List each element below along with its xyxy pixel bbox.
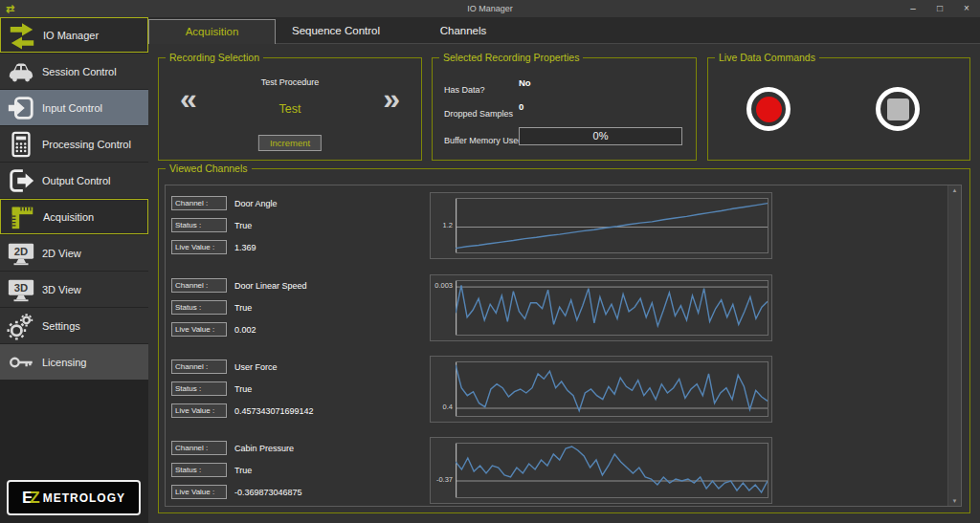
y-axis-tick-label: 0.003 bbox=[431, 281, 453, 291]
buffer-memory-label: Buffer Memory Used bbox=[444, 136, 523, 145]
test-procedure-label: Test Procedure bbox=[159, 77, 421, 87]
tab-sequence-control[interactable]: Sequence Control bbox=[276, 19, 396, 44]
recording-selection-panel: Recording Selection Test Procedure « Tes… bbox=[158, 57, 422, 161]
viewed-channels-panel: Viewed Channels Channel :Door Angle Stat… bbox=[158, 168, 970, 513]
live-value-chip: Live Value : bbox=[171, 485, 227, 499]
sidebar-item-label: Licensing bbox=[42, 357, 86, 368]
vertical-scrollbar[interactable]: ▲ ▼ bbox=[947, 185, 961, 506]
sidebar: IO Manager Session Control bbox=[0, 17, 148, 523]
record-dot-icon bbox=[756, 97, 782, 122]
sidebar-item-output-control[interactable]: Output Control bbox=[0, 163, 148, 198]
line-plot bbox=[456, 361, 768, 417]
calculator-icon bbox=[0, 130, 42, 159]
stop-button[interactable] bbox=[876, 87, 920, 131]
key-icon bbox=[0, 348, 42, 377]
channel-chip: Channel : bbox=[171, 196, 227, 210]
live-commands-body bbox=[708, 58, 969, 160]
window-title: IO Manager bbox=[467, 4, 513, 13]
sidebar-item-label: Acquisition bbox=[43, 211, 94, 223]
ruler-icon bbox=[1, 203, 43, 231]
logo-letter-z: Z bbox=[30, 489, 39, 508]
y-axis-tick-label: 1.2 bbox=[431, 221, 453, 230]
sidebar-item-settings[interactable]: Settings bbox=[0, 308, 148, 343]
status-chip: Status : bbox=[171, 381, 227, 396]
y-axis-tick-label: -0.37 bbox=[431, 475, 453, 485]
channel-name: Cabin Pressure bbox=[234, 444, 294, 453]
car-icon bbox=[0, 57, 42, 86]
monitor-2d-icon: 2D bbox=[0, 239, 42, 268]
channel-info-cabin-pressure: Channel :Cabin Pressure Status :True Liv… bbox=[171, 437, 424, 512]
channel-status: True bbox=[234, 384, 252, 394]
channel-name: Door Linear Speed bbox=[234, 281, 307, 291]
sidebar-item-label: Processing Control bbox=[42, 139, 131, 150]
panel-title: Selected Recording Properties bbox=[439, 52, 583, 63]
channel-info-user-force: Channel :User Force Status :True Live Va… bbox=[171, 356, 424, 430]
maximize-button[interactable]: □ bbox=[926, 0, 953, 17]
line-plot bbox=[456, 443, 768, 498]
channel-live-value: 1.369 bbox=[234, 243, 256, 252]
dropped-samples-label: Dropped Samples bbox=[444, 109, 513, 119]
channel-name: User Force bbox=[234, 362, 278, 372]
tab-channels[interactable]: Channels bbox=[396, 19, 530, 44]
output-arrow-icon bbox=[0, 166, 42, 195]
channel-chip: Channel : bbox=[171, 360, 227, 374]
logo-text: METROLOGY bbox=[43, 491, 125, 505]
chart-door-linear-speed: 0.003 bbox=[430, 274, 772, 341]
sidebar-item-label: Input Control bbox=[42, 102, 102, 114]
buffer-memory-progressbar: 0% bbox=[519, 127, 682, 145]
channel-status: True bbox=[234, 221, 252, 230]
window-controls: – □ × bbox=[900, 0, 980, 17]
sidebar-item-3d-view[interactable]: 3D 3D View bbox=[0, 272, 148, 307]
next-recording-button[interactable]: » bbox=[383, 81, 400, 116]
live-value-chip: Live Value : bbox=[171, 403, 227, 418]
line-plot bbox=[456, 280, 768, 336]
increment-button[interactable]: Increment bbox=[258, 135, 322, 151]
sidebar-item-label: IO Manager bbox=[43, 30, 99, 41]
channel-chip: Channel : bbox=[171, 278, 227, 293]
record-button[interactable] bbox=[746, 87, 791, 131]
sidebar-item-licensing[interactable]: Licensing bbox=[0, 344, 148, 380]
channel-name: Door Angle bbox=[234, 199, 278, 208]
chart-door-angle: 1.2 bbox=[430, 192, 772, 259]
sidebar-item-processing-control[interactable]: Processing Control bbox=[0, 126, 148, 162]
has-data-value: No bbox=[519, 77, 531, 88]
recording-properties-panel: Selected Recording Properties Has Data? … bbox=[432, 57, 697, 161]
panel-title: Viewed Channels bbox=[166, 163, 252, 174]
channel-live-value: 0.002 bbox=[234, 325, 256, 335]
dropped-samples-value: 0 bbox=[519, 101, 523, 112]
titlebar: ⇄ IO Manager – □ × bbox=[0, 0, 980, 17]
sidebar-item-io-manager[interactable]: IO Manager bbox=[0, 17, 148, 53]
selected-procedure-value: Test bbox=[159, 102, 421, 116]
status-chip: Status : bbox=[171, 300, 227, 315]
channel-info-door-angle: Channel :Door Angle Status :True Live Va… bbox=[171, 192, 424, 267]
chart-cabin-pressure: -0.37 bbox=[430, 437, 772, 504]
has-data-label: Has Data? bbox=[444, 85, 485, 95]
live-data-commands-panel: Live Data Commands bbox=[707, 57, 970, 161]
scroll-down-icon[interactable]: ▼ bbox=[948, 498, 961, 504]
sidebar-item-label: 3D View bbox=[42, 284, 81, 295]
channel-live-value: -0.369873046875 bbox=[234, 488, 302, 497]
channel-chip: Channel : bbox=[171, 441, 227, 455]
sidebar-item-acquisition[interactable]: Acquisition bbox=[0, 199, 148, 234]
sidebar-item-input-control[interactable]: Input Control bbox=[0, 90, 148, 125]
app-logo-icon: ⇄ bbox=[6, 0, 14, 17]
status-chip: Status : bbox=[171, 463, 227, 477]
sidebar-item-label: Output Control bbox=[42, 175, 111, 186]
scroll-up-icon[interactable]: ▲ bbox=[948, 187, 961, 193]
minimize-button[interactable]: – bbox=[900, 0, 926, 17]
monitor-3d-icon: 3D bbox=[0, 275, 42, 304]
sidebar-item-label: Session Control bbox=[42, 66, 117, 77]
gears-icon bbox=[0, 312, 42, 340]
sidebar-item-2d-view[interactable]: 2D 2D View bbox=[0, 235, 148, 271]
status-chip: Status : bbox=[171, 218, 227, 232]
live-value-chip: Live Value : bbox=[171, 322, 227, 337]
channel-status: True bbox=[234, 303, 252, 313]
channel-live-value: 0.457343071699142 bbox=[234, 406, 314, 416]
tab-strip: Acquisition Sequence Control Channels bbox=[148, 17, 980, 44]
y-axis-tick-label: 0.4 bbox=[431, 403, 453, 412]
svg-text:3D: 3D bbox=[14, 281, 28, 293]
tab-acquisition[interactable]: Acquisition bbox=[148, 19, 276, 44]
sidebar-item-session-control[interactable]: Session Control bbox=[0, 54, 148, 89]
close-button[interactable]: × bbox=[953, 0, 980, 17]
input-arrow-icon bbox=[0, 94, 42, 122]
